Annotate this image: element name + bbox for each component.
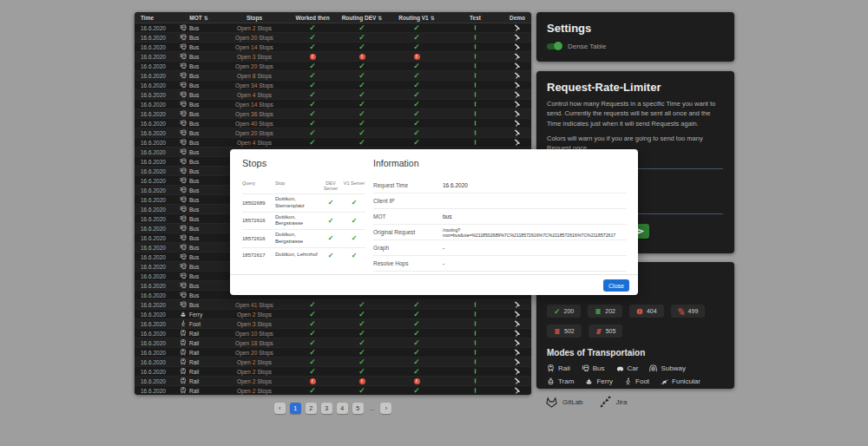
cell-stops[interactable]: Open20Stops [221,62,287,70]
cell-demo[interactable] [503,109,531,118]
pagination-next-button[interactable]: › [380,403,391,414]
table-row[interactable]: 16.6.2020FootOpen3Stops✓✓✓ [135,319,531,329]
cell-test[interactable] [447,23,503,32]
table-row[interactable]: 16.6.2020BusOpen8Stops✓✓✓ [135,71,531,81]
cell-test[interactable] [447,81,503,89]
pagination-page-button[interactable]: 2 [306,403,317,414]
cell-stops[interactable]: Open20Stops [221,128,287,137]
cell-demo[interactable] [503,43,531,51]
cell-stops[interactable]: Open20Stops [221,33,287,42]
cell-demo[interactable] [503,386,531,395]
cell-demo[interactable] [503,338,531,347]
cell-demo[interactable] [503,81,531,89]
cell-test[interactable] [447,310,503,318]
cell-demo[interactable] [503,138,531,147]
cell-stops[interactable]: Open4Stops [221,138,287,147]
pagination-page-button[interactable]: 3 [321,403,332,414]
table-row[interactable]: 16.6.2020BusOpen20Stops✓✓✓ [135,33,531,43]
pagination-page-button[interactable]: 4 [337,403,348,414]
cell-test[interactable] [447,90,503,99]
cell-stops[interactable]: Open2Stops [221,357,287,366]
cell-demo[interactable] [503,348,531,357]
cell-stops[interactable]: Open10Stops [221,329,287,338]
cell-stops[interactable]: Open14Stops [221,100,287,108]
cell-demo[interactable] [503,33,531,42]
cell-demo[interactable] [503,310,531,318]
cell-test[interactable] [447,62,503,70]
cell-test[interactable] [447,329,503,338]
cell-test[interactable] [447,367,503,376]
table-row[interactable]: 16.6.2020BusOpen40Stops✓✓✓ [135,119,531,128]
table-row[interactable]: 16.6.2020BusOpen4Stops✓✓✓ [135,90,531,100]
col-header-routing-v1[interactable]: Routing V1⇅ [386,15,447,21]
table-row[interactable]: 16.6.2020RailOpen2Stops✓✓✓ [135,386,531,395]
cell-stops[interactable]: Open41Stops [221,300,287,309]
pagination-prev-button[interactable]: ‹ [274,403,286,414]
cell-test[interactable] [447,100,503,108]
cell-stops[interactable]: Open36Stops [221,109,287,118]
dense-table-toggle[interactable] [547,43,562,49]
cell-test[interactable] [447,357,503,366]
cell-test[interactable] [447,300,503,309]
table-row[interactable]: 16.6.2020RailOpen2Stops✓✓✓ [135,357,531,367]
cell-stops[interactable]: Open2Stops [221,377,287,385]
table-row[interactable]: 16.6.2020BusOpen20Stops✓✓✓ [135,62,531,71]
cell-test[interactable] [447,377,503,385]
cell-demo[interactable] [503,300,531,309]
cell-demo[interactable] [503,62,531,70]
cell-demo[interactable] [503,377,531,385]
table-row[interactable]: 16.6.2020RailOpen20Stops✓✓✓ [135,348,531,357]
cell-test[interactable] [447,71,503,80]
jira-link[interactable]: Jira [599,396,628,409]
cell-stops[interactable]: Open2Stops [221,310,287,318]
col-header-routing-dev[interactable]: Routing DEV⇅ [338,15,386,21]
cell-demo[interactable] [503,90,531,99]
table-row[interactable]: 16.6.2020RailOpen18Stops✓✓✓ [135,338,531,348]
cell-demo[interactable] [503,128,531,137]
table-row[interactable]: 16.6.2020BusOpen14Stops✓✓✓ [135,100,531,109]
gitlab-link[interactable]: GitLab [545,396,583,409]
cell-test[interactable] [447,348,503,357]
cell-demo[interactable] [503,23,531,32]
cell-demo[interactable] [503,100,531,108]
table-row[interactable]: 16.6.2020BusOpen36Stops✓✓✓ [135,109,531,119]
pagination-page-button[interactable]: 1 [290,403,301,414]
cell-stops[interactable]: Open40Stops [221,119,287,128]
cell-stops[interactable]: Open2Stops [221,386,287,395]
cell-stops[interactable]: Open18Stops [221,338,287,347]
cell-test[interactable] [447,128,503,137]
cell-demo[interactable] [503,357,531,366]
table-row[interactable]: 16.6.2020RailOpen2Stops✓✓✓ [135,367,531,377]
table-row[interactable]: 16.6.2020BusOpen4Stops✓✓✓ [135,138,531,148]
pagination-page-button[interactable]: 5 [352,403,364,414]
cell-stops[interactable]: Open4Stops [221,90,287,99]
table-row[interactable]: 16.6.2020BusOpen41Stops✓✓✓ [135,300,531,310]
cell-test[interactable] [447,138,503,147]
cell-stops[interactable]: Open3Stops [221,319,287,328]
table-row[interactable]: 16.6.2020BusOpen3Stops!!! [135,52,531,62]
cell-demo[interactable] [503,319,531,328]
cell-test[interactable] [447,109,503,118]
col-header-mot[interactable]: MOT⇅ [176,15,221,21]
cell-stops[interactable]: Open2Stops [221,367,287,376]
table-row[interactable]: 16.6.2020RailOpen10Stops✓✓✓ [135,329,531,338]
cell-test[interactable] [447,33,503,42]
cell-test[interactable] [447,386,503,395]
table-row[interactable]: 16.6.2020BusOpen20Stops✓✓✓ [135,128,531,138]
table-row[interactable]: 16.6.2020BusOpen34Stops✓✓✓ [135,81,531,90]
cell-stops[interactable]: Open14Stops [221,43,287,51]
cell-demo[interactable] [503,367,531,376]
table-row[interactable]: 16.6.2020RailOpen2Stops!!! [135,377,531,386]
table-row[interactable]: 16.6.2020BusOpen14Stops✓✓✓ [135,43,531,52]
cell-test[interactable] [447,52,503,61]
cell-stops[interactable]: Open20Stops [221,348,287,357]
cell-stops[interactable]: Open34Stops [221,81,287,89]
table-row[interactable]: 16.6.2020FerryOpen2Stops✓✓✓ [135,310,531,319]
cell-demo[interactable] [503,71,531,80]
table-row[interactable]: 16.6.2020BusOpen2Stops✓✓✓ [135,23,531,33]
cell-demo[interactable] [503,52,531,61]
cell-stops[interactable]: Open3Stops [221,52,287,61]
cell-demo[interactable] [503,329,531,338]
cell-test[interactable] [447,338,503,347]
cell-stops[interactable]: Open2Stops [221,23,287,32]
